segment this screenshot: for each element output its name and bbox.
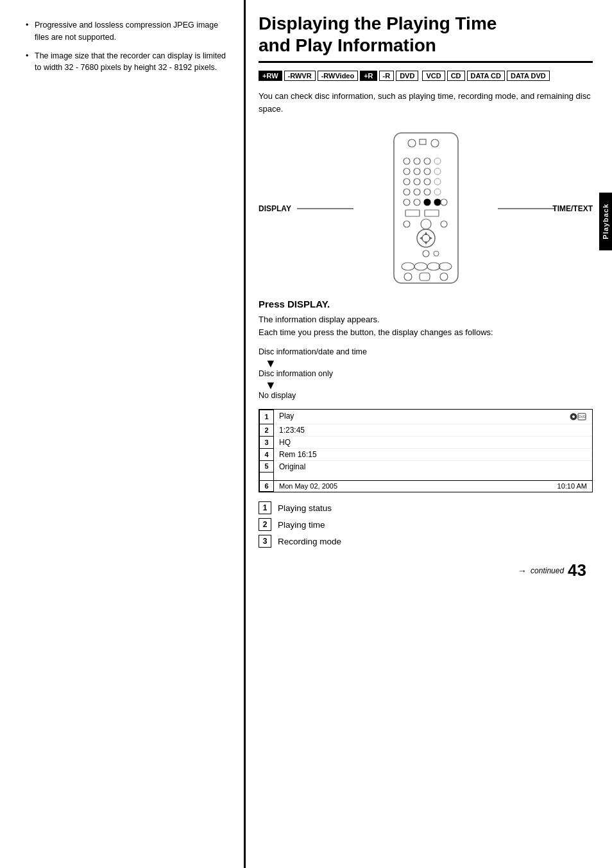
info-spacer: [260, 473, 274, 481]
badge-cd: CD: [447, 71, 465, 81]
info-val-6: Mon May 02, 2005 10:10 AM: [274, 481, 592, 491]
info-display-inner: 1 DVD Play: [259, 410, 592, 492]
flow-arrow-1: ▼: [265, 358, 593, 369]
info-val-1: DVD Play: [274, 410, 593, 424]
continued-text: continued: [531, 566, 564, 575]
list-item: Progressive and lossless compression JPE…: [26, 19, 231, 44]
info-display-box: 1 DVD Play: [259, 409, 593, 492]
badge-r: -R: [379, 71, 395, 81]
page-title: Displaying the Playing Time and Play Inf…: [259, 13, 593, 63]
continued-arrow-icon: →: [518, 566, 527, 576]
info-val-5: Original: [274, 460, 593, 473]
legend-label-1: Playing status: [278, 503, 332, 513]
timetext-label: TIME/TEXT: [552, 204, 593, 213]
badge-rplus: +R: [360, 71, 377, 81]
legend-num-3: 3: [259, 535, 271, 548]
svg-rect-2: [394, 133, 458, 283]
press-display-section: Press DISPLAY. The information display a…: [259, 299, 593, 338]
legend-num-1: 1: [259, 501, 271, 514]
page-number: 43: [568, 560, 586, 580]
info-val-3: HQ: [274, 436, 593, 448]
press-display-text1: The information display appears.: [259, 313, 593, 326]
list-item: The image size that the recorder can dis…: [26, 50, 231, 74]
left-column: Progressive and lossless compression JPE…: [0, 0, 244, 868]
svg-point-24: [424, 199, 430, 205]
info-num-5: 5: [260, 460, 274, 473]
sidebar-tab-label: Playback: [602, 204, 609, 239]
format-badges: +RW -RWVR -RWVideo +R -R DVD VCD CD DATA…: [259, 71, 593, 81]
remote-diagram: [387, 132, 464, 286]
press-display-heading: Press DISPLAY.: [259, 299, 593, 309]
svg-point-48: [572, 415, 575, 418]
legend-item-1: 1 Playing status: [259, 501, 593, 514]
info-num-6: 6: [260, 481, 274, 492]
legend-item-3: 3 Recording mode: [259, 535, 593, 548]
svg-point-25: [434, 199, 441, 205]
legend-list: 1 Playing status 2 Playing time 3 Record…: [259, 501, 593, 548]
badge-rwvideo: -RWVideo: [318, 71, 359, 81]
press-display-text2: Each time you press the button, the disp…: [259, 326, 593, 339]
info-num-3: 3: [260, 436, 274, 448]
badge-datadvd: DATA DVD: [507, 71, 550, 81]
sidebar-tab: Playback: [599, 193, 612, 250]
legend-label-3: Recording mode: [278, 537, 341, 546]
description-text: You can check disc information, such as …: [259, 90, 593, 115]
badge-rwvr: -RWVR: [284, 71, 316, 81]
badge-datacd: DATA CD: [467, 71, 505, 81]
legend-label-2: Playing time: [278, 520, 325, 530]
legend-num-2: 2: [259, 518, 271, 531]
flow-list: Disc information/date and time ▼ Disc in…: [259, 347, 593, 400]
info-num-4: 4: [260, 448, 274, 460]
flow-item-1: Disc information/date and time: [259, 347, 593, 356]
badge-rwplus: +RW: [259, 71, 282, 81]
badge-vcd: VCD: [422, 71, 445, 81]
svg-text:DVD: DVD: [579, 415, 586, 419]
info-num-2: 2: [260, 424, 274, 436]
badge-dvd: DVD: [396, 71, 418, 81]
flow-item-3: No display: [259, 391, 593, 400]
bullet-list: Progressive and lossless compression JPE…: [26, 19, 231, 74]
right-column: Displaying the Playing Time and Play Inf…: [244, 0, 612, 868]
info-num-1: 1: [260, 410, 274, 424]
legend-item-2: 2 Playing time: [259, 518, 593, 531]
info-val-4: Rem 16:15: [274, 448, 593, 460]
flow-item-2: Disc information only: [259, 369, 593, 378]
info-val-2: 1:23:45: [274, 424, 593, 436]
flow-arrow-2: ▼: [265, 379, 593, 391]
